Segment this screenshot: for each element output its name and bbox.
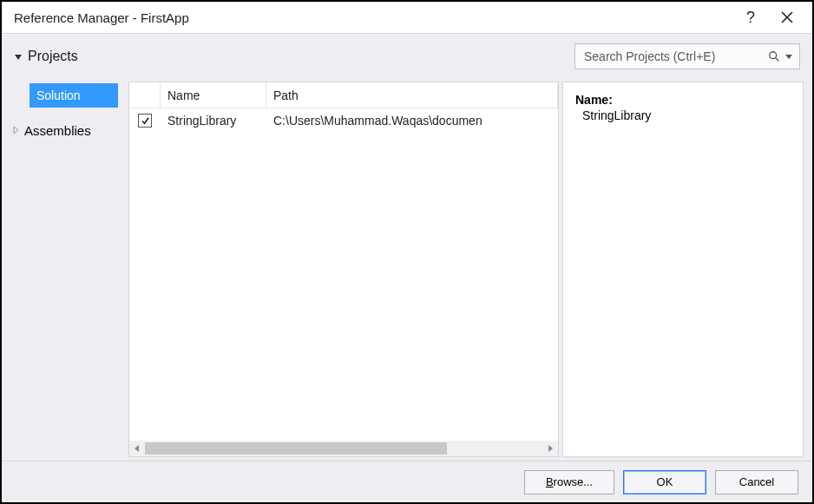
horizontal-scrollbar[interactable] — [129, 441, 558, 456]
sidebar-item-solution[interactable]: Solution — [30, 83, 118, 108]
sidebar: Solution Assemblies — [2, 78, 128, 461]
help-button[interactable]: ? — [732, 4, 769, 30]
search-input[interactable] — [584, 49, 763, 63]
svg-point-0 — [770, 51, 777, 58]
sidebar-item-label: Solution — [36, 88, 81, 102]
category-title: Projects — [28, 49, 78, 64]
search-box[interactable] — [574, 43, 800, 69]
category-header[interactable]: Projects — [14, 49, 78, 64]
svg-line-1 — [776, 57, 779, 61]
ok-button[interactable]: OK — [623, 470, 706, 494]
top-row: Projects — [2, 33, 812, 78]
scroll-left-icon[interactable] — [129, 445, 145, 452]
scroll-track[interactable] — [145, 442, 542, 455]
search-icon[interactable] — [763, 50, 785, 62]
scroll-right-icon[interactable] — [542, 445, 558, 452]
column-headers: Name Path — [129, 82, 558, 108]
column-header-path[interactable]: Path — [266, 82, 558, 108]
browse-button-label: Browse... — [546, 475, 593, 488]
reference-list: Name Path StringLibrary C:\Users\Muhamma… — [128, 82, 559, 457]
window-title: Reference Manager - FirstApp — [14, 10, 732, 25]
search-dropdown-icon[interactable] — [785, 49, 794, 62]
row-path: C:\Users\Muhammad.Waqas\documen — [266, 114, 558, 128]
cancel-button[interactable]: Cancel — [715, 470, 798, 494]
close-icon — [781, 11, 793, 23]
sidebar-category-label: Assemblies — [24, 123, 91, 138]
column-header-name[interactable]: Name — [161, 82, 266, 108]
checkmark-icon — [141, 116, 150, 126]
browse-button[interactable]: Browse... — [524, 470, 614, 494]
sidebar-category-assemblies[interactable]: Assemblies — [2, 118, 128, 142]
details-pane: Name: StringLibrary — [562, 82, 804, 457]
titlebar: Reference Manager - FirstApp ? — [2, 2, 812, 33]
column-header-checkbox[interactable] — [129, 82, 161, 108]
list-row[interactable]: StringLibrary C:\Users\Muhammad.Waqas\do… — [129, 108, 558, 133]
collapse-icon — [14, 52, 23, 61]
cancel-button-label: Cancel — [739, 475, 774, 488]
body: Solution Assemblies Name Path StringLibr… — [2, 78, 812, 461]
row-checkbox[interactable] — [138, 114, 152, 128]
chevron-right-icon — [12, 127, 19, 134]
details-name-value: StringLibrary — [575, 107, 791, 122]
close-button[interactable] — [769, 4, 805, 30]
row-name: StringLibrary — [161, 114, 266, 128]
footer: Browse... OK Cancel — [2, 461, 812, 502]
row-checkbox-cell — [129, 114, 161, 128]
ok-button-label: OK — [657, 475, 673, 488]
scroll-thumb[interactable] — [145, 442, 447, 455]
details-name-label: Name: — [575, 93, 791, 107]
